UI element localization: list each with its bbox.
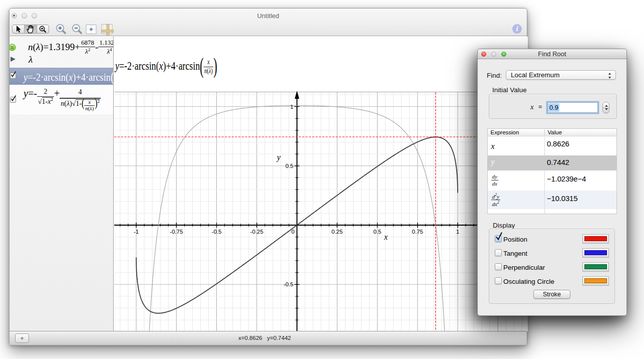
svg-text:y: y <box>276 153 281 162</box>
svg-text:-0.25: -0.25 <box>250 229 263 235</box>
svg-text:1: 1 <box>456 229 459 235</box>
svg-text:x: x <box>384 233 388 241</box>
svg-text:0.25: 0.25 <box>332 229 343 235</box>
svg-text:0: 0 <box>291 229 294 235</box>
svg-text:-0.5: -0.5 <box>212 229 222 235</box>
svg-text:-0.75: -0.75 <box>170 229 183 235</box>
svg-text:0.5: 0.5 <box>285 163 293 169</box>
svg-text:-1: -1 <box>134 229 139 235</box>
svg-text:0.5: 0.5 <box>374 229 382 235</box>
svg-text:-0.5: -0.5 <box>283 281 293 287</box>
svg-text:1: 1 <box>290 104 293 110</box>
svg-text:0.75: 0.75 <box>412 229 423 235</box>
